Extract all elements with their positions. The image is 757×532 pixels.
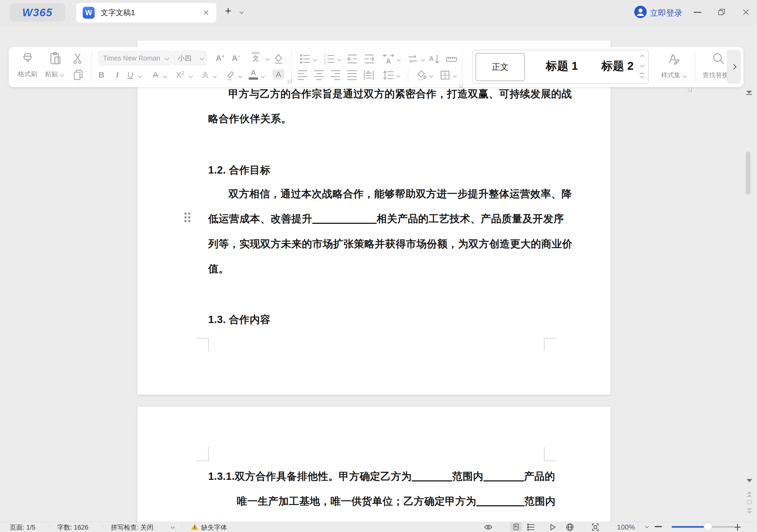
bold-button[interactable]: B <box>98 70 105 79</box>
fill-in-blank[interactable] <box>476 497 525 506</box>
doc-paragraph-line[interactable]: 甲方与乙方的合作宗旨是通过双方的紧密合作，打造双赢、可持续发展的战 <box>228 87 572 101</box>
play-slideshow-icon[interactable] <box>548 523 557 531</box>
document-tab[interactable]: W 文字文稿1 ✕ <box>76 3 216 22</box>
style-normal[interactable]: 正文 <box>475 53 525 81</box>
find-replace-icon[interactable] <box>711 51 725 65</box>
restore-button[interactable] <box>717 8 726 17</box>
zoom-out-button[interactable] <box>655 526 662 527</box>
avatar[interactable] <box>634 6 647 18</box>
font-dialog-launcher-icon[interactable] <box>287 79 291 83</box>
strikethrough-chevron-icon[interactable] <box>163 74 167 78</box>
phonetic-chevron-icon[interactable] <box>265 57 270 61</box>
numbered-list-icon[interactable]: 123 <box>323 53 335 65</box>
doc-heading-1-3[interactable]: 1.3. 合作内容 <box>208 313 270 327</box>
word-count[interactable]: 字数: 1626 <box>57 523 88 532</box>
text-effects-chevron-icon[interactable] <box>213 74 217 78</box>
bullet-list-icon[interactable] <box>299 53 311 65</box>
spellcheck-status[interactable]: 拼写检查: 关闭 <box>111 523 153 532</box>
copy-icon[interactable] <box>72 69 85 81</box>
wrap-chevron-icon[interactable] <box>421 57 425 62</box>
paste-icon[interactable] <box>48 51 63 66</box>
ribbon-expand-button[interactable] <box>727 50 741 84</box>
align-center-icon[interactable] <box>313 69 325 81</box>
clear-format-icon[interactable] <box>272 52 285 65</box>
shading-chevron-icon[interactable] <box>429 74 434 78</box>
wrap-direction-icon[interactable] <box>407 53 419 65</box>
distribute-icon[interactable] <box>363 69 375 81</box>
text-effects-icon[interactable]: A <box>202 70 208 79</box>
superscript-button[interactable]: X2 <box>176 70 184 79</box>
character-scale-chevron-icon[interactable] <box>397 57 401 62</box>
style-heading1[interactable]: 标题 1 <box>546 58 578 74</box>
fill-in-blank[interactable] <box>483 472 524 482</box>
bullet-list-chevron-icon[interactable] <box>313 57 318 62</box>
tab-list-chevron-icon[interactable] <box>240 10 244 14</box>
align-left-icon[interactable] <box>297 69 309 81</box>
doc-paragraph-line[interactable]: 唯一生产加工基地，唯一供货单位；乙方确定甲方为范围内 <box>237 494 556 508</box>
zoom-in-button[interactable] <box>733 523 742 531</box>
underline-chevron-icon[interactable] <box>138 74 142 78</box>
tab-ruler-icon[interactable] <box>445 53 457 65</box>
missing-font-warning[interactable]: 缺失字体 <box>201 523 227 532</box>
numbered-list-chevron-icon[interactable] <box>337 57 342 62</box>
fill-in-blank[interactable] <box>412 472 452 482</box>
char-shading-button[interactable]: A <box>273 69 285 79</box>
doc-paragraph-line[interactable]: 列等，实现双方未来的市场扩张策略并获得市场份额，为双方创造更大的商业价 <box>208 237 573 251</box>
fill-in-blank[interactable] <box>312 215 377 224</box>
doc-paragraph-line[interactable]: 低运营成本、改善提升相关产品的工艺技术、产品质量及开发序 <box>208 212 564 226</box>
superscript-chevron-icon[interactable] <box>189 74 193 78</box>
fit-page-icon[interactable] <box>591 523 600 531</box>
zoom-slider-knob[interactable] <box>705 523 712 530</box>
close-button[interactable] <box>741 8 750 17</box>
strikethrough-button[interactable]: A <box>153 70 158 79</box>
style-set-icon[interactable] <box>667 52 681 66</box>
sort-icon[interactable]: A <box>429 53 440 65</box>
format-painter-icon[interactable] <box>20 52 35 66</box>
page-view-button-active[interactable] <box>510 522 522 531</box>
underline-button[interactable]: U <box>127 70 133 79</box>
read-mode-eye-icon[interactable] <box>484 523 493 531</box>
increase-font-icon[interactable]: A+ <box>216 53 225 63</box>
font-size-select[interactable]: 小四 <box>173 51 207 65</box>
paragraph-drag-handle-icon[interactable] <box>184 213 194 222</box>
doc-paragraph-line[interactable]: 略合作伙伴关系。 <box>208 112 291 126</box>
next-page-icon[interactable] <box>747 508 752 514</box>
highlight-chevron-icon[interactable] <box>238 74 243 78</box>
font-color-icon[interactable]: A <box>249 69 258 80</box>
vertical-scrollbar-thumb[interactable] <box>746 151 750 194</box>
tab-close-icon[interactable]: ✕ <box>203 8 209 17</box>
styles-dialog-launcher-icon[interactable] <box>687 88 692 92</box>
align-right-icon[interactable] <box>330 69 342 81</box>
doc-paragraph-line[interactable]: 双方相信，通过本次战略合作，能够帮助双方进一步提升整体运营效率、降 <box>228 187 572 201</box>
borders-chevron-icon[interactable] <box>453 74 457 78</box>
style-set-button[interactable]: 样式集 <box>661 71 686 79</box>
character-scale-icon[interactable]: A <box>382 53 394 65</box>
shading-icon[interactable] <box>415 69 427 81</box>
web-view-globe-icon[interactable] <box>565 523 574 531</box>
justify-icon[interactable] <box>346 69 358 81</box>
style-gallery-more-icon[interactable] <box>640 73 644 79</box>
font-color-chevron-icon[interactable] <box>261 74 265 78</box>
doc-paragraph-line[interactable]: 1.3.1.双方合作具备排他性。甲方确定乙方为范围内产品的 <box>208 470 555 483</box>
doc-heading-1-2[interactable]: 1.2. 合作目标 <box>208 163 270 177</box>
line-spacing-icon[interactable] <box>382 69 394 81</box>
select-browse-object-icon[interactable] <box>747 500 752 504</box>
font-name-select[interactable]: Times New Roman <box>98 51 172 65</box>
outline-view-icon[interactable] <box>527 523 535 531</box>
app-logo[interactable]: W365 <box>10 3 65 22</box>
paragraph-dialog-launcher-icon[interactable] <box>458 83 463 88</box>
zoom-value[interactable]: 100% <box>617 523 635 531</box>
format-painter-label[interactable]: 格式刷 <box>18 70 37 78</box>
decrease-indent-icon[interactable] <box>346 53 358 65</box>
phonetic-guide-icon[interactable]: wén 文 <box>252 51 259 62</box>
style-heading2[interactable]: 标题 2 <box>601 58 633 74</box>
page-indicator[interactable]: 页面: 1/5 <box>10 523 35 532</box>
borders-icon[interactable] <box>439 69 451 81</box>
highlight-icon[interactable] <box>225 69 237 81</box>
doc-paragraph-line[interactable]: 值。 <box>208 262 229 276</box>
scroll-down-icon[interactable] <box>747 479 752 482</box>
collapse-ribbon-icon[interactable] <box>746 91 752 95</box>
zoom-slider-track[interactable] <box>672 526 734 528</box>
minimize-button[interactable] <box>694 12 701 13</box>
new-tab-button[interactable]: + <box>225 5 231 17</box>
